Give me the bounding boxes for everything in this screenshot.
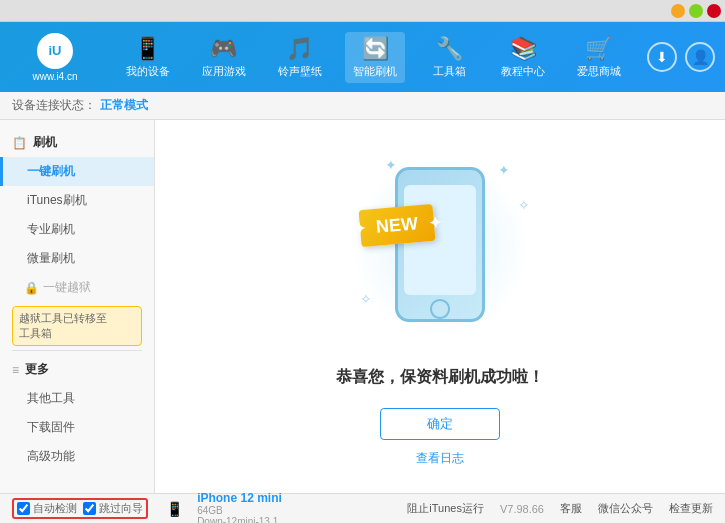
customer-service-link[interactable]: 客服 [560,501,582,516]
bottom-left: 自动检测 跳过向导 📱 iPhone 12 mini 64GB Down-12m… [12,491,407,524]
content-area: ✦ ✦ ✧ ✧ ✦ NEW ✦ 恭喜您，保资料刷机成功啦！ 确定 查看日志 [155,120,725,493]
mall-label: 爱思商城 [577,64,621,79]
status-value: 正常模式 [100,97,148,114]
star-right: ✦ [428,212,443,232]
my-device-icon: 📱 [134,36,161,62]
mall-icon: 🛒 [585,36,612,62]
my-device-label: 我的设备 [126,64,170,79]
sidebar-section-flash: 📋 刷机 [0,128,154,157]
device-storage: 64GB [197,505,282,516]
status-bar: 设备连接状态： 正常模式 [0,92,725,120]
nav-item-apps-games[interactable]: 🎮 应用游戏 [194,32,254,83]
device-name: iPhone 12 mini [197,491,282,505]
lock-icon: 🔒 [24,281,39,295]
minimize-button[interactable] [671,4,685,18]
logo-area: iU www.i4.cn [10,33,100,82]
status-label: 设备连接状态： [12,97,96,114]
checkbox-highlight: 自动检测 跳过向导 [12,498,148,519]
nav-item-smart-flash[interactable]: 🔄 智能刷机 [345,32,405,83]
sparkle-1: ✦ [385,157,397,173]
flash-section-label: 刷机 [33,134,57,151]
new-text: NEW [375,213,419,237]
more-section-icon: ≡ [12,363,19,377]
wechat-link[interactable]: 微信公众号 [598,501,653,516]
star-left: ✦ [351,218,366,238]
more-section-label: 更多 [25,361,49,378]
main-layout: 📋 刷机 一键刷机 iTunes刷机 专业刷机 微量刷机 🔒 一键越狱 越狱工具… [0,120,725,493]
smart-flash-icon: 🔄 [362,36,389,62]
logo-icon: iU [37,33,73,69]
skip-wizard-label: 跳过向导 [99,501,143,516]
new-badge: ✦ NEW ✦ [359,203,436,246]
locked-label: 一键越狱 [43,279,91,296]
success-message: 恭喜您，保资料刷机成功啦！ [336,367,544,388]
nav-item-ringtone[interactable]: 🎵 铃声壁纸 [270,32,330,83]
auto-connect-label: 自动检测 [33,501,77,516]
nav-right: ⬇ 👤 [647,42,715,72]
view-journal-link[interactable]: 查看日志 [416,450,464,467]
phone-home-button [430,299,450,318]
check-update-link[interactable]: 检查更新 [669,501,713,516]
sparkle-3: ✧ [518,197,530,213]
user-button[interactable]: 👤 [685,42,715,72]
skip-wizard-checkbox[interactable]: 跳过向导 [83,501,143,516]
success-illustration: ✦ ✦ ✧ ✧ ✦ NEW ✦ [330,147,550,347]
nav-item-my-device[interactable]: 📱 我的设备 [118,32,178,83]
stop-itunes-button[interactable]: 阻止iTunes运行 [407,501,484,516]
toolbox-icon: 🔧 [436,36,463,62]
device-firmware: Down-12mini-13,1 [197,516,282,524]
sparkle-2: ✦ [498,162,510,178]
sidebar-item-advanced[interactable]: 高级功能 [0,442,154,471]
sidebar-item-pro-flash[interactable]: 专业刷机 [0,215,154,244]
bottom-bar: 自动检测 跳过向导 📱 iPhone 12 mini 64GB Down-12m… [0,493,725,523]
note-text: 越狱工具已转移至工具箱 [19,312,107,339]
auto-connect-input[interactable] [17,502,30,515]
sidebar-note: 越狱工具已转移至工具箱 [12,306,142,346]
apps-games-icon: 🎮 [210,36,237,62]
top-nav: iU www.i4.cn 📱 我的设备 🎮 应用游戏 🎵 铃声壁纸 🔄 智能刷机… [0,22,725,92]
bottom-right: 阻止iTunes运行 V7.98.66 客服 微信公众号 检查更新 [407,501,713,516]
sparkle-4: ✧ [360,291,372,307]
sidebar-item-itunes-flash[interactable]: iTunes刷机 [0,186,154,215]
version-text: V7.98.66 [500,503,544,515]
title-bar [0,0,725,22]
sidebar-locked-jailbreak: 🔒 一键越狱 [0,273,154,302]
sidebar: 📋 刷机 一键刷机 iTunes刷机 专业刷机 微量刷机 🔒 一键越狱 越狱工具… [0,120,155,493]
sidebar-section-more: ≡ 更多 [0,355,154,384]
sidebar-item-other-tools[interactable]: 其他工具 [0,384,154,413]
skip-wizard-input[interactable] [83,502,96,515]
download-button[interactable]: ⬇ [647,42,677,72]
logo-text: www.i4.cn [32,71,77,82]
tutorial-icon: 📚 [510,36,537,62]
flash-section-icon: 📋 [12,136,27,150]
nav-items: 📱 我的设备 🎮 应用游戏 🎵 铃声壁纸 🔄 智能刷机 🔧 工具箱 📚 教程中心… [110,32,637,83]
auto-connect-checkbox[interactable]: 自动检测 [17,501,77,516]
confirm-button[interactable]: 确定 [380,408,500,440]
apps-games-label: 应用游戏 [202,64,246,79]
toolbox-label: 工具箱 [433,64,466,79]
phone-body [395,167,485,322]
device-phone-icon: 📱 [166,501,183,517]
maximize-button[interactable] [689,4,703,18]
nav-item-toolbox[interactable]: 🔧 工具箱 [421,32,477,83]
sidebar-divider [12,350,142,351]
ringtone-icon: 🎵 [286,36,313,62]
nav-item-tutorial[interactable]: 📚 教程中心 [493,32,553,83]
close-button[interactable] [707,4,721,18]
smart-flash-label: 智能刷机 [353,64,397,79]
nav-item-mall[interactable]: 🛒 爱思商城 [569,32,629,83]
tutorial-label: 教程中心 [501,64,545,79]
device-info: iPhone 12 mini 64GB Down-12mini-13,1 [197,491,282,524]
sidebar-item-micro-flash[interactable]: 微量刷机 [0,244,154,273]
stop-itunes-label: 阻止iTunes运行 [407,501,484,516]
ringtone-label: 铃声壁纸 [278,64,322,79]
sidebar-item-download-firmware[interactable]: 下载固件 [0,413,154,442]
sidebar-item-one-click-flash[interactable]: 一键刷机 [0,157,154,186]
